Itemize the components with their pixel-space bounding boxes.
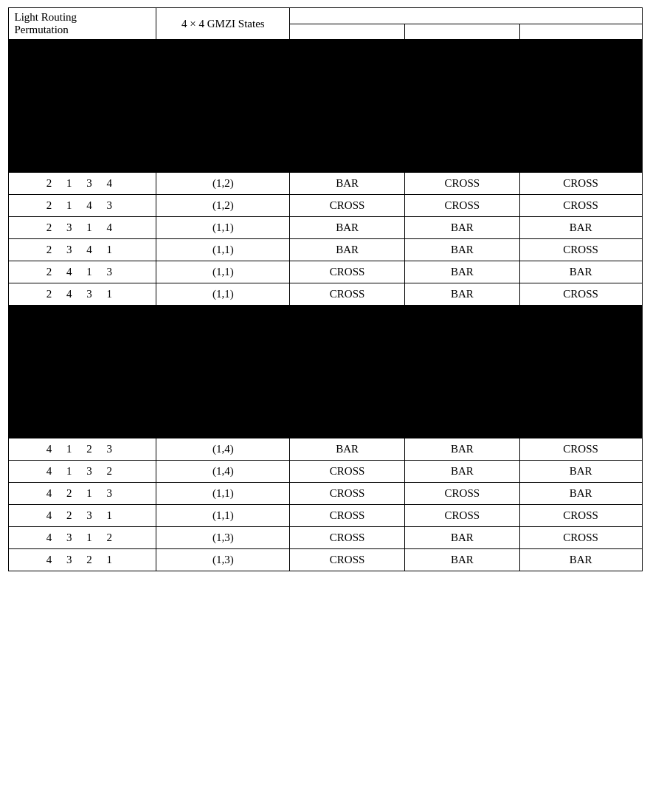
lower-left-cell: CROSS bbox=[290, 461, 405, 483]
table-row: 2 1 3 4(1,2)BARCROSSCROSS bbox=[8, 173, 642, 195]
lower-left-cell: BAR bbox=[290, 239, 405, 261]
image-row-0 bbox=[8, 40, 642, 173]
gmzi4-cell: (1,3) bbox=[156, 527, 290, 549]
lower-right-cell: BAR bbox=[519, 261, 642, 283]
table-row: 4 3 1 2(1,3)CROSSBARCROSS bbox=[8, 527, 642, 549]
diagram-cell-0 bbox=[8, 40, 642, 173]
subheader-top-right bbox=[404, 24, 519, 40]
lower-right-cell: BAR bbox=[519, 461, 642, 483]
table-row: 2 4 1 3(1,1)CROSSBARBAR bbox=[8, 261, 642, 283]
lower-right-cell: CROSS bbox=[519, 505, 642, 527]
gmzi4-cell: (1,1) bbox=[156, 505, 290, 527]
perm-cell: 4 1 2 3 bbox=[8, 438, 156, 461]
lower-right-cell: CROSS bbox=[519, 239, 642, 261]
table-row: 4 2 3 1(1,1)CROSSCROSSCROSS bbox=[8, 505, 642, 527]
gmzi4-label: 4 × 4 GMZI States bbox=[181, 18, 265, 30]
lower-left-cell: CROSS bbox=[290, 261, 405, 283]
lower-right-cell: CROSS bbox=[519, 438, 642, 461]
gmzi4-cell: (1,1) bbox=[156, 483, 290, 505]
gmzi2-header bbox=[290, 8, 642, 24]
lower-left-cell: CROSS bbox=[290, 505, 405, 527]
top-right-cell: BAR bbox=[404, 217, 519, 239]
perm-cell: 4 3 1 2 bbox=[8, 527, 156, 549]
perm-cell: 4 1 3 2 bbox=[8, 461, 156, 483]
gmzi4-cell: (1,3) bbox=[156, 549, 290, 571]
perm-cell: 2 1 4 3 bbox=[8, 195, 156, 217]
top-right-cell: BAR bbox=[404, 261, 519, 283]
perm-header: Light RoutingPermutation bbox=[8, 8, 156, 40]
top-right-cell: BAR bbox=[404, 461, 519, 483]
top-right-cell: BAR bbox=[404, 527, 519, 549]
perm-cell: 2 4 3 1 bbox=[8, 283, 156, 306]
perm-cell: 2 1 3 4 bbox=[8, 173, 156, 195]
lower-left-cell: BAR bbox=[290, 217, 405, 239]
table-row: 2 4 3 1(1,1)CROSSBARCROSS bbox=[8, 283, 642, 306]
lower-left-cell: CROSS bbox=[290, 483, 405, 505]
gmzi4-cell: (1,1) bbox=[156, 239, 290, 261]
table-row: 4 1 3 2(1,4)CROSSBARBAR bbox=[8, 461, 642, 483]
lower-left-cell: BAR bbox=[290, 173, 405, 195]
diagram-cell-1 bbox=[8, 306, 642, 438]
perm-cell: 4 2 3 1 bbox=[8, 505, 156, 527]
lower-right-cell: BAR bbox=[519, 217, 642, 239]
gmzi4-cell: (1,1) bbox=[156, 261, 290, 283]
main-table-wrapper: Light RoutingPermutation 4 × 4 GMZI Stat… bbox=[8, 7, 643, 571]
lower-right-cell: BAR bbox=[519, 549, 642, 571]
top-right-cell: BAR bbox=[404, 239, 519, 261]
gmzi4-cell: (1,1) bbox=[156, 283, 290, 306]
gmzi4-cell: (1,1) bbox=[156, 217, 290, 239]
perm-cell: 2 3 4 1 bbox=[8, 239, 156, 261]
lower-left-cell: CROSS bbox=[290, 195, 405, 217]
lower-left-cell: CROSS bbox=[290, 283, 405, 306]
perm-cell: 4 3 2 1 bbox=[8, 549, 156, 571]
gmzi4-header: 4 × 4 GMZI States bbox=[156, 8, 290, 40]
perm-cell: 2 3 1 4 bbox=[8, 217, 156, 239]
subheader-lower-left bbox=[290, 24, 405, 40]
subheader-lower-right bbox=[519, 24, 642, 40]
table-row: 2 3 4 1(1,1)BARBARCROSS bbox=[8, 239, 642, 261]
gmzi4-cell: (1,2) bbox=[156, 195, 290, 217]
lower-right-cell: CROSS bbox=[519, 283, 642, 306]
image-row-1 bbox=[8, 306, 642, 438]
top-right-cell: CROSS bbox=[404, 195, 519, 217]
table-row: 2 1 4 3(1,2)CROSSCROSSCROSS bbox=[8, 195, 642, 217]
table-row: 2 3 1 4(1,1)BARBARBAR bbox=[8, 217, 642, 239]
table-row: 4 2 1 3(1,1)CROSSCROSSBAR bbox=[8, 483, 642, 505]
perm-cell: 2 4 1 3 bbox=[8, 261, 156, 283]
gmzi4-cell: (1,4) bbox=[156, 461, 290, 483]
lower-left-cell: CROSS bbox=[290, 527, 405, 549]
top-right-cell: CROSS bbox=[404, 505, 519, 527]
lower-right-cell: CROSS bbox=[519, 527, 642, 549]
top-right-cell: BAR bbox=[404, 549, 519, 571]
perm-cell: 4 2 1 3 bbox=[8, 483, 156, 505]
table-row: 4 3 2 1(1,3)CROSSBARBAR bbox=[8, 549, 642, 571]
perm-header-label: Light RoutingPermutation bbox=[15, 11, 77, 35]
table-row: 4 1 2 3(1,4)BARBARCROSS bbox=[8, 438, 642, 461]
top-right-cell: CROSS bbox=[404, 173, 519, 195]
gmzi4-cell: (1,4) bbox=[156, 438, 290, 461]
lower-left-cell: BAR bbox=[290, 438, 405, 461]
lower-left-cell: CROSS bbox=[290, 549, 405, 571]
lower-right-cell: CROSS bbox=[519, 173, 642, 195]
lower-right-cell: BAR bbox=[519, 483, 642, 505]
top-right-cell: CROSS bbox=[404, 483, 519, 505]
top-right-cell: BAR bbox=[404, 438, 519, 461]
lower-right-cell: CROSS bbox=[519, 195, 642, 217]
gmzi4-cell: (1,2) bbox=[156, 173, 290, 195]
top-right-cell: BAR bbox=[404, 283, 519, 306]
